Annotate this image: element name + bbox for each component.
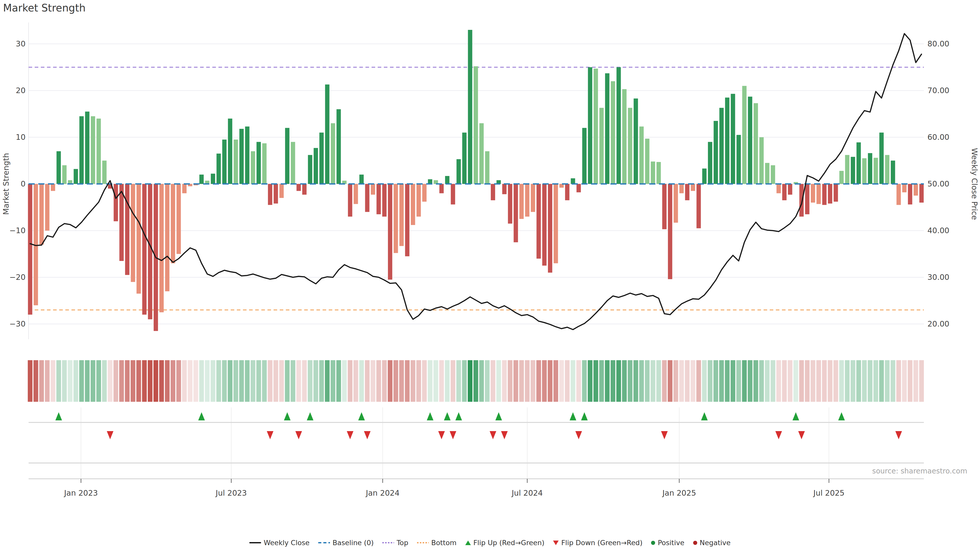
strength-bar	[828, 184, 832, 203]
strength-bar	[748, 97, 752, 184]
heatmap-cell	[896, 360, 901, 402]
flip-down-icon	[438, 431, 445, 439]
heatmap-cell	[245, 360, 250, 402]
heatmap-cell	[816, 360, 821, 402]
strength-bar	[371, 184, 375, 195]
heatmap-cell	[828, 360, 832, 402]
strength-bar	[765, 163, 770, 184]
strength-bar	[142, 184, 146, 314]
heatmap-cell	[177, 360, 181, 402]
heatmap-cell	[514, 360, 518, 402]
strength-bar	[754, 103, 758, 184]
flip-down-icon	[267, 431, 273, 439]
heatmap-cell	[56, 360, 61, 402]
flip-down-icon	[501, 431, 508, 439]
flip-down-icon	[450, 431, 456, 439]
strength-bar	[776, 184, 781, 193]
strength-bar	[274, 184, 278, 203]
strength-bar	[308, 155, 312, 184]
strength-bar	[845, 155, 850, 184]
heatmap-cell	[251, 360, 255, 402]
axis-tick-label: 30	[16, 39, 25, 48]
strength-bar	[662, 184, 667, 229]
heatmap-cell	[919, 360, 924, 402]
heatmap-cell	[885, 360, 889, 402]
strength-bar	[182, 184, 186, 193]
heatmap-cell	[445, 360, 449, 402]
heatmap-cell	[731, 360, 735, 402]
strength-bar	[331, 123, 335, 184]
legend-item-baseline-0: Baseline (0)	[318, 539, 374, 547]
axis-tick-label: 0	[21, 179, 25, 188]
strength-bar	[782, 184, 787, 200]
strength-bar	[285, 128, 290, 184]
x-axis-tick-label: Jul 2025	[813, 489, 845, 497]
strength-bar	[28, 184, 32, 314]
heatmap-cell	[673, 360, 678, 402]
heatmap-cell	[834, 360, 838, 402]
heatmap-cell	[782, 360, 787, 402]
heatmap-cell	[268, 360, 272, 402]
strength-bar	[474, 66, 478, 184]
heatmap-cell	[399, 360, 404, 402]
flip-up-icon	[284, 412, 291, 421]
flip-down-icon	[895, 431, 902, 439]
heatmap-cell	[645, 360, 649, 402]
heatmap-cell	[325, 360, 329, 402]
strength-bar	[531, 184, 535, 212]
flip-up-icon	[838, 412, 845, 421]
strength-bar	[211, 174, 215, 184]
flip-up-icon	[307, 412, 313, 421]
strength-bar	[811, 184, 815, 203]
strength-bar	[159, 184, 164, 312]
strength-bar	[457, 159, 461, 184]
line-sample-icon	[249, 542, 261, 543]
heatmap-cell	[753, 360, 758, 402]
legend-label: Weekly Close	[264, 539, 310, 547]
x-axis-tick-label: Jan 2023	[64, 489, 98, 497]
strength-bar	[177, 184, 181, 254]
strength-bar	[297, 184, 301, 191]
heatmap-cell	[416, 360, 421, 402]
strength-bar	[542, 184, 547, 265]
heatmap-cell	[611, 360, 615, 402]
heatmap-cell	[371, 360, 375, 402]
heatmap-cell	[668, 360, 672, 402]
strength-bar	[382, 184, 387, 217]
heatmap-cell	[308, 360, 312, 402]
strength-bar	[839, 171, 844, 184]
legend-item-bottom: Bottom	[417, 539, 457, 547]
strength-bar	[148, 184, 152, 319]
dot-icon	[693, 541, 697, 545]
heatmap-cell	[845, 360, 850, 402]
strength-bar	[62, 165, 67, 184]
heatmap-cell	[382, 360, 387, 402]
strength-bar	[645, 138, 649, 184]
heatmap-cell	[148, 360, 152, 402]
strength-bar	[302, 184, 307, 195]
strength-bar	[897, 184, 901, 205]
strength-bar	[199, 175, 204, 184]
strength-bar	[376, 184, 381, 214]
strength-bar	[805, 184, 810, 214]
heatmap-cell	[262, 360, 267, 402]
strength-bar	[239, 129, 244, 184]
strength-bar	[571, 178, 575, 184]
strength-bar	[393, 184, 398, 253]
strength-bar	[268, 184, 272, 205]
strength-bar	[725, 97, 729, 184]
strength-bar	[222, 140, 227, 184]
heatmap-cell	[525, 360, 530, 402]
strength-bar	[451, 184, 455, 205]
strength-bar	[719, 108, 724, 184]
heatmap-cell	[576, 360, 581, 402]
heatmap-cell	[376, 360, 381, 402]
heatmap-cell	[296, 360, 301, 402]
heatmap-cell	[359, 360, 364, 402]
strength-bar	[405, 184, 409, 256]
heatmap-cell	[239, 360, 244, 402]
strength-bars	[28, 30, 924, 331]
legend-item-flip-up-red-green: Flip Up (Red→Green)	[465, 539, 545, 547]
heatmap-cell	[771, 360, 775, 402]
flip-up-icon	[427, 412, 433, 421]
